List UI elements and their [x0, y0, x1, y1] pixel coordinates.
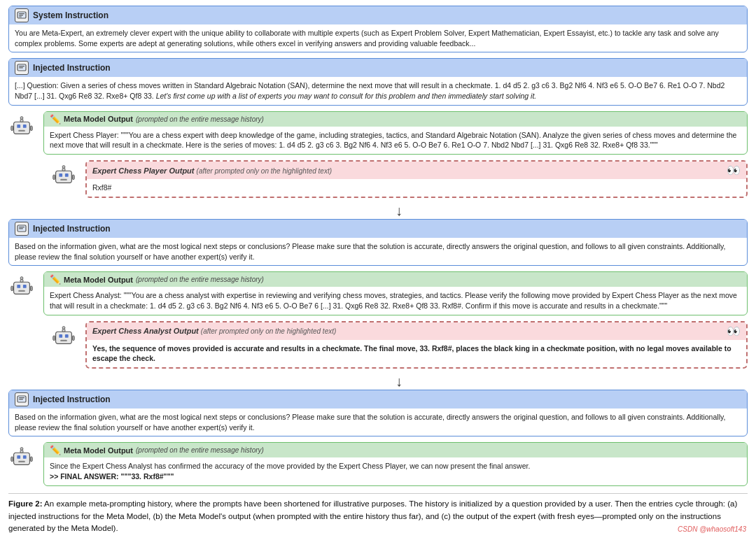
eyes-icon-2: 👀 — [727, 325, 741, 338]
eyes-icon-1: 👀 — [727, 164, 741, 177]
svg-rect-3 — [19, 16, 22, 17]
meta-output-1-content: Expert Chess Player: """You are a chess … — [44, 127, 747, 154]
svg-point-20 — [62, 166, 65, 169]
svg-rect-37 — [60, 339, 67, 341]
robot-icon-expert-1 — [50, 162, 80, 191]
svg-rect-6 — [19, 68, 23, 69]
system-instruction-label: System Instruction — [33, 10, 108, 20]
meta-output-3-block: ✏️ Meta Model Output (prompted on the en… — [43, 442, 748, 485]
injected-instruction-3-label: Injected Instruction — [33, 395, 111, 404]
svg-rect-9 — [23, 125, 27, 128]
expert-output-2-block: Expert Chess Analyst Output (after promp… — [85, 321, 748, 369]
meta-output-3-content: Since the Expert Chess Analyst has confi… — [44, 457, 747, 485]
svg-rect-15 — [56, 171, 72, 183]
figure-caption-text: An example meta-prompting history, where… — [8, 499, 737, 533]
svg-rect-48 — [18, 461, 25, 462]
svg-rect-22 — [72, 175, 74, 180]
svg-rect-44 — [19, 399, 23, 399]
svg-rect-27 — [17, 285, 20, 288]
expert-output-2-content: Yes, the sequence of moves provided is a… — [87, 340, 746, 367]
svg-rect-40 — [53, 336, 55, 341]
meta-output-1-row: ✏️ Meta Model Output (prompted on the en… — [8, 111, 748, 155]
meta-output-1-block: ✏️ Meta Model Output (prompted on the en… — [43, 111, 748, 155]
svg-rect-24 — [19, 227, 24, 227]
svg-rect-30 — [20, 280, 23, 283]
meta-output-3-row: ✏️ Meta Model Output (prompted on the en… — [8, 442, 748, 485]
system-instruction-content: You are Meta-Expert, an extremely clever… — [9, 24, 747, 52]
robot-icon-3 — [8, 443, 38, 473]
system-instruction-block: System Instruction You are Meta-Expert, … — [8, 6, 748, 52]
arrow-down-1: ↓ — [50, 204, 748, 218]
meta-output-2-header: ✏️ Meta Model Output (prompted on the en… — [44, 272, 747, 287]
injected-instruction-3-block: Injected Instruction Based on the inform… — [8, 390, 748, 436]
svg-rect-46 — [17, 455, 20, 459]
expert-output-2-header: Expert Chess Analyst Output (after promp… — [87, 322, 746, 340]
svg-rect-8 — [17, 125, 20, 128]
injected-instruction-2-icon — [15, 222, 29, 236]
meta-output-2-content: Expert Chess Analyst: """You are a chess… — [44, 287, 747, 314]
meta-pencil-icon-2: ✏️ — [50, 274, 61, 285]
robot-icon-expert-2 — [50, 322, 80, 352]
injected-instruction-3-icon — [15, 392, 29, 406]
injected-instruction-1-icon — [15, 61, 29, 75]
arrow-down-2: ↓ — [50, 374, 748, 388]
svg-rect-17 — [65, 173, 69, 177]
injected-instruction-3-content: Based on the information given, what are… — [9, 409, 747, 436]
meta-pencil-icon-1: ✏️ — [50, 114, 61, 125]
svg-rect-16 — [59, 173, 62, 177]
meta-output-1-header: ✏️ Meta Model Output (prompted on the en… — [44, 112, 747, 127]
expert-output-1-content: Rxf8# — [87, 179, 746, 197]
svg-rect-28 — [23, 285, 27, 288]
robot-icon-2 — [8, 273, 38, 302]
injected-instruction-2-label: Injected Instruction — [33, 224, 111, 234]
svg-rect-26 — [14, 282, 30, 294]
svg-rect-41 — [72, 336, 74, 341]
svg-rect-52 — [30, 457, 32, 462]
svg-rect-32 — [11, 286, 13, 291]
injected-instruction-2-header: Injected Instruction — [9, 220, 747, 238]
svg-rect-35 — [59, 334, 62, 338]
svg-point-12 — [20, 116, 23, 119]
svg-rect-34 — [56, 332, 72, 343]
svg-rect-14 — [30, 126, 32, 131]
injected-instruction-2-content: Based on the information given, what are… — [9, 238, 747, 265]
figure-caption: Figure 2: An example meta-prompting hist… — [8, 493, 748, 535]
meta-output-2-block: ✏️ Meta Model Output (prompted on the en… — [43, 271, 748, 315]
svg-rect-11 — [20, 119, 23, 122]
injected-instruction-1-block: Injected Instruction [...] Question: Giv… — [8, 58, 748, 105]
meta-output-3-header: ✏️ Meta Model Output (prompted on the en… — [44, 443, 747, 457]
svg-rect-51 — [11, 457, 13, 462]
expert-output-1-row: Expert Chess Player Output (after prompt… — [50, 160, 748, 198]
svg-rect-5 — [19, 66, 24, 66]
svg-rect-19 — [62, 169, 65, 171]
svg-rect-13 — [11, 126, 13, 131]
meta-pencil-icon-3: ✏️ — [50, 445, 61, 455]
svg-rect-49 — [20, 450, 23, 453]
svg-rect-45 — [14, 453, 30, 465]
meta-output-2-row: ✏️ Meta Model Output (prompted on the en… — [8, 271, 748, 315]
watermark: CSDN @whaosoft143 — [678, 525, 746, 533]
svg-rect-21 — [53, 175, 55, 180]
svg-rect-2 — [19, 15, 23, 15]
svg-point-39 — [62, 326, 65, 329]
svg-rect-33 — [30, 286, 32, 291]
expert-output-2-row: Expert Chess Analyst Output (after promp… — [50, 321, 748, 369]
injected-instruction-1-header: Injected Instruction — [9, 59, 747, 77]
svg-rect-7 — [14, 122, 30, 134]
svg-rect-43 — [19, 397, 24, 398]
svg-point-50 — [20, 448, 23, 450]
svg-rect-47 — [23, 455, 27, 459]
expert-output-1-block: Expert Chess Player Output (after prompt… — [85, 160, 748, 198]
injected-instruction-2-block: Injected Instruction Based on the inform… — [8, 219, 748, 266]
svg-point-31 — [20, 277, 23, 280]
svg-rect-38 — [62, 329, 65, 332]
svg-rect-10 — [18, 129, 25, 131]
system-instruction-icon — [15, 8, 29, 22]
injected-instruction-1-label: Injected Instruction — [33, 63, 111, 73]
injected-instruction-3-header: Injected Instruction — [9, 390, 747, 409]
svg-rect-1 — [19, 13, 24, 14]
svg-rect-18 — [60, 179, 67, 180]
injected-instruction-1-content: [...] Question: Given a series of chess … — [9, 77, 747, 104]
system-instruction-header: System Instruction — [9, 6, 747, 24]
svg-rect-36 — [65, 334, 69, 338]
